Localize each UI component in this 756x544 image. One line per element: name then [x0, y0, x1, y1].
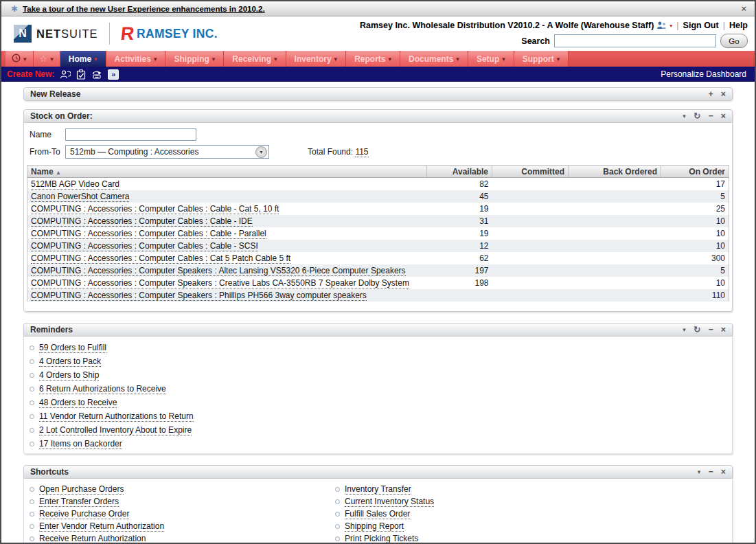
nav-tab[interactable]: Setup ▾	[468, 51, 514, 67]
search-label: Search	[521, 36, 550, 46]
item-link[interactable]: COMPUTING : Accessories : Computer Speak…	[31, 266, 406, 276]
shortcuts-left-column: Open Purchase Orders Enter Transfer Orde…	[30, 483, 335, 544]
nav-tab[interactable]: Inventory ▾	[286, 51, 347, 67]
total-found-value[interactable]: 115	[355, 147, 368, 157]
item-link[interactable]: COMPUTING : Accessories : Computer Cable…	[31, 204, 279, 214]
create-new-more-button[interactable]: »	[108, 69, 119, 80]
minimize-icon[interactable]: −	[708, 326, 713, 335]
shortcut-link[interactable]: Shipping Report	[345, 521, 404, 532]
star-icon: ☆	[40, 54, 48, 63]
shortcut-item: Enter Vendor Return Authorization	[30, 520, 335, 532]
nav-tab[interactable]: Documents ▾	[400, 51, 468, 67]
reminder-link[interactable]: 4 Orders to Ship	[39, 370, 99, 381]
item-link[interactable]: COMPUTING : Accessories : Computer Cable…	[31, 253, 290, 264]
help-link[interactable]: Help	[729, 21, 748, 30]
tour-announcement-link[interactable]: Take a tour of the new User Experience e…	[23, 5, 265, 13]
new-task-icon[interactable]	[76, 69, 86, 80]
minimize-icon[interactable]: −	[708, 112, 713, 121]
column-header-available[interactable]: Available	[427, 166, 492, 178]
name-filter-input[interactable]	[65, 128, 196, 141]
on-order-cell: 110	[661, 289, 729, 302]
column-header-name[interactable]: Name ▲	[27, 166, 427, 178]
shortcut-link[interactable]: Inventory Transfer	[345, 484, 411, 495]
shortcut-link[interactable]: Print Picking Tickets	[345, 534, 418, 544]
go-button[interactable]: Go	[720, 34, 748, 48]
minimize-icon[interactable]: −	[708, 468, 713, 477]
from-to-dropdown[interactable]: 512mb — Computing : Accessories ▼	[65, 145, 269, 159]
column-header-committed[interactable]: Committed	[492, 166, 569, 178]
close-icon[interactable]: ×	[721, 112, 726, 121]
shortcut-link[interactable]: Receive Return Authorization	[39, 534, 146, 544]
portlet-menu-icon[interactable]: ▾	[683, 327, 686, 333]
nav-tab[interactable]: Receiving ▾	[224, 51, 286, 67]
item-link[interactable]: COMPUTING : Accessories : Computer Speak…	[31, 291, 367, 301]
chevron-down-icon: ▾	[388, 56, 391, 63]
close-icon[interactable]: ×	[721, 326, 726, 335]
column-header-back-ordered[interactable]: Back Ordered	[569, 166, 661, 178]
user-roles-icon[interactable]	[656, 21, 667, 30]
shortcut-link[interactable]: Fulfill Sales Order	[345, 509, 410, 519]
personalize-dashboard-link[interactable]: Personalize Dashboard	[661, 69, 746, 79]
chevron-down-icon[interactable]: ▾	[669, 23, 672, 29]
reminder-link[interactable]: 2 Lot Controlled Inventory About to Expi…	[39, 425, 192, 435]
search-input[interactable]	[554, 34, 716, 47]
item-link[interactable]: COMPUTING : Accessories : Computer Cable…	[31, 229, 266, 239]
back-ordered-cell	[569, 289, 661, 302]
item-link[interactable]: COMPUTING : Accessories : Computer Speak…	[31, 278, 409, 288]
reminder-item: 4 Orders to Pack	[30, 354, 732, 368]
shortcut-link[interactable]: Current Inventory Status	[345, 497, 434, 507]
logo-area: N NETSUITE R RAMSEY INC.	[1, 16, 218, 51]
chevron-down-icon: ▾	[274, 56, 277, 63]
shortcut-link[interactable]: Enter Vendor Return Authorization	[39, 521, 164, 532]
shortcut-link[interactable]: Open Purchase Orders	[39, 484, 124, 495]
bullet-icon	[30, 487, 34, 492]
item-link[interactable]: 512MB AGP Video Card	[31, 179, 119, 190]
nav-tab-label: Documents	[409, 54, 453, 64]
sign-out-link[interactable]: Sign Out	[683, 21, 719, 30]
bullet-icon	[30, 345, 34, 350]
bullet-icon	[30, 414, 34, 419]
nav-tab-label: Reports	[354, 54, 385, 64]
nav-tab[interactable]: Reports ▾	[346, 51, 400, 67]
bullet-icon	[335, 524, 340, 529]
shortcut-link[interactable]: Receive Purchase Order	[39, 509, 129, 519]
portlet-title: Shortcuts	[30, 467, 69, 477]
item-link[interactable]: Canon PowerShot Camera	[31, 192, 129, 202]
reminders-portlet: Reminders ▾ ↻ − × 59 Orders to Fulfill	[23, 323, 733, 454]
close-icon[interactable]: ×	[721, 90, 726, 99]
chevron-down-icon: ▾	[456, 56, 459, 63]
nav-tab[interactable]: Shipping ▾	[165, 51, 224, 67]
reminder-item: 4 Orders to Ship	[30, 368, 732, 382]
new-phone-call-icon[interactable]	[91, 69, 102, 79]
close-icon[interactable]: ×	[741, 4, 746, 13]
refresh-icon[interactable]: ↻	[694, 112, 700, 121]
shortcut-link[interactable]: Enter Transfer Orders	[39, 497, 119, 507]
reminder-link[interactable]: 17 Items on Backorder	[39, 439, 122, 449]
nav-tab[interactable]: Support ▾	[514, 51, 569, 67]
reminder-link[interactable]: 4 Orders to Pack	[39, 356, 101, 367]
refresh-icon[interactable]: ↻	[694, 326, 700, 335]
nav-tab[interactable]: Home ▾	[60, 51, 106, 67]
reminder-link[interactable]: 48 Orders to Receive	[39, 398, 117, 408]
bullet-icon	[335, 499, 340, 504]
bullet-icon	[30, 499, 34, 504]
favorites-menu[interactable]: ☆ ▾	[34, 51, 60, 67]
dropdown-button[interactable]: ▼	[255, 146, 267, 158]
expand-icon[interactable]: +	[708, 90, 713, 99]
available-cell: 197	[427, 264, 492, 277]
reminder-link[interactable]: 59 Orders to Fulfill	[39, 343, 106, 353]
close-icon[interactable]: ×	[721, 468, 726, 477]
role-text: Ramsey Inc. Wholesale Distribution V2010…	[360, 21, 654, 30]
nav-tab[interactable]: Activities ▾	[106, 51, 166, 67]
recent-records-menu[interactable]: ▾	[5, 51, 34, 67]
portlet-menu-icon[interactable]: ▾	[698, 469, 701, 475]
column-header-on-order[interactable]: On Order	[661, 166, 729, 178]
item-link[interactable]: COMPUTING : Accessories : Computer Cable…	[31, 216, 253, 227]
reminder-link[interactable]: 6 Return Authorizations to Receive	[39, 384, 166, 394]
shortcut-item: Shipping Report	[335, 520, 732, 532]
reminder-link[interactable]: 11 Vendor Return Authorizations to Retur…	[39, 411, 194, 422]
item-link[interactable]: COMPUTING : Accessories : Computer Cable…	[31, 241, 258, 251]
portlet-menu-icon[interactable]: ▾	[683, 113, 686, 120]
bullet-icon	[30, 524, 34, 529]
new-event-icon[interactable]	[60, 69, 71, 80]
